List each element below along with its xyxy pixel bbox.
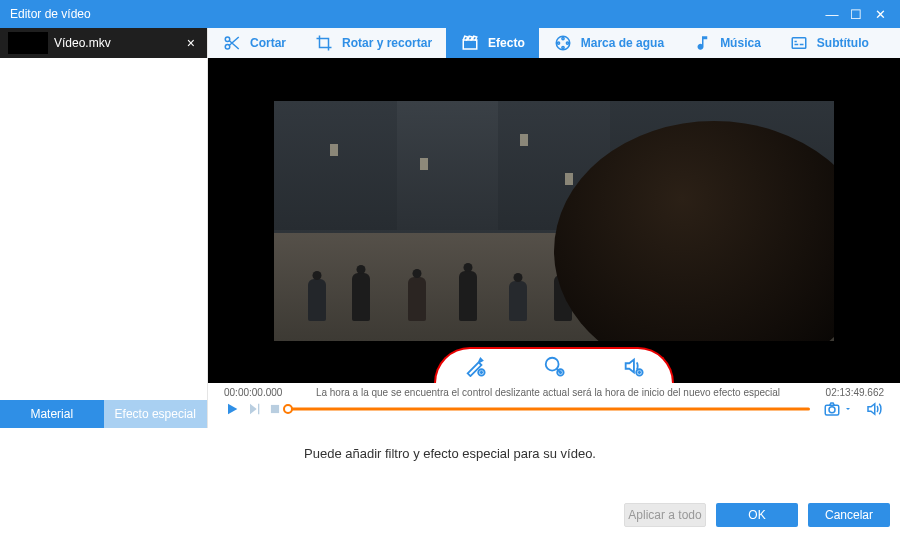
add-filter-button[interactable] [462,355,488,377]
tool-effect-label: Efecto [488,36,525,50]
clapper-icon [460,34,480,52]
stop-button[interactable] [268,402,282,416]
effect-quick-tools [434,347,674,383]
svg-point-0 [225,37,230,42]
svg-point-3 [556,36,570,50]
timeline-slider[interactable] [288,406,810,412]
minimize-button[interactable]: — [820,7,844,22]
svg-rect-13 [271,405,279,413]
titlebar: Editor de vídeo — ☐ ✕ [0,0,900,28]
sidebar-tabs: Material Efecto especial [0,400,207,428]
subtitle-icon [789,34,809,52]
svg-point-1 [225,45,230,50]
snapshot-button[interactable] [822,400,842,418]
svg-rect-2 [463,40,477,49]
tool-cut[interactable]: Cortar [208,28,300,58]
volume-button[interactable] [864,400,884,418]
ok-button[interactable]: OK [716,503,798,527]
file-thumbnail [8,32,48,54]
timeline-end-time: 02:13:49.662 [806,387,884,398]
timeline: 00:00:00.000 La hora a la que se encuent… [208,383,900,428]
svg-rect-8 [792,38,806,49]
tool-subtitle[interactable]: Subtítulo [775,28,883,58]
footer-buttons: Aplicar a todo OK Cancelar [624,503,890,527]
file-entry[interactable]: Vídeo.mkv × [0,28,207,58]
tool-watermark-label: Marca de agua [581,36,664,50]
add-volume-effect-button[interactable] [620,355,646,377]
toolbar: Cortar Rotar y recortar Efecto Marca de … [208,28,900,58]
snapshot-dropdown[interactable] [844,400,852,418]
tool-subtitle-label: Subtítulo [817,36,869,50]
add-zoom-effect-button[interactable] [541,355,567,377]
remove-file-button[interactable]: × [183,35,199,51]
svg-point-15 [829,407,835,413]
timeline-slider-thumb[interactable] [283,404,293,414]
tool-music[interactable]: Música [678,28,775,58]
sidebar-body [0,58,207,400]
tool-rotate-crop[interactable]: Rotar y recortar [300,28,446,58]
tool-watermark[interactable]: Marca de agua [539,28,678,58]
tool-effect[interactable]: Efecto [446,28,539,58]
tool-rotate-crop-label: Rotar y recortar [342,36,432,50]
tool-music-label: Música [720,36,761,50]
step-forward-button[interactable] [246,401,262,417]
sidebar: Vídeo.mkv × Material Efecto especial [0,28,208,428]
svg-point-6 [562,46,564,48]
timeline-start-time: 00:00:00.000 [224,387,290,398]
scissors-icon [222,34,242,52]
crop-icon [314,34,334,52]
maximize-button[interactable]: ☐ [844,7,868,22]
reel-icon [553,34,573,52]
apply-all-button[interactable]: Aplicar a todo [624,503,706,527]
tab-special-effect[interactable]: Efecto especial [104,400,208,428]
play-button[interactable] [224,401,240,417]
cancel-button[interactable]: Cancelar [808,503,890,527]
tool-cut-label: Cortar [250,36,286,50]
video-preview-container [208,58,900,383]
message-area: Puede añadir filtro y efecto especial pa… [0,428,900,461]
close-window-button[interactable]: ✕ [868,7,892,22]
file-name: Vídeo.mkv [54,36,183,50]
video-preview[interactable] [274,101,834,341]
svg-point-10 [546,358,559,371]
music-note-icon [692,34,712,52]
window-title: Editor de vídeo [10,7,820,21]
svg-point-4 [562,37,564,39]
info-message: Puede añadir filtro y efecto especial pa… [0,446,900,461]
tab-material[interactable]: Material [0,400,104,428]
svg-point-5 [566,42,568,44]
timeline-hint: La hora a la que se encuentra el control… [290,387,806,398]
svg-point-7 [557,42,559,44]
content-area: Cortar Rotar y recortar Efecto Marca de … [208,28,900,428]
